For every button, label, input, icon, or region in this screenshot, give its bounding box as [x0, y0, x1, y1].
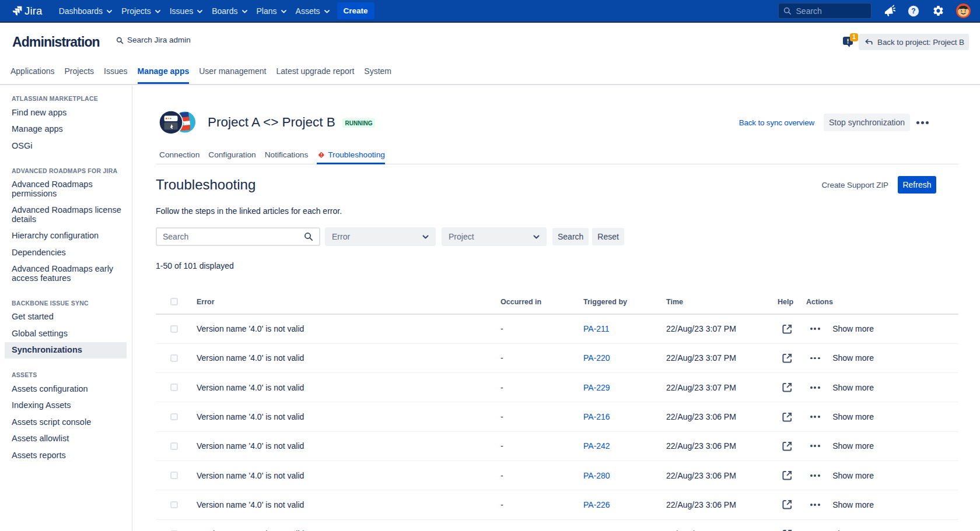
- svg-text:?: ?: [912, 7, 916, 15]
